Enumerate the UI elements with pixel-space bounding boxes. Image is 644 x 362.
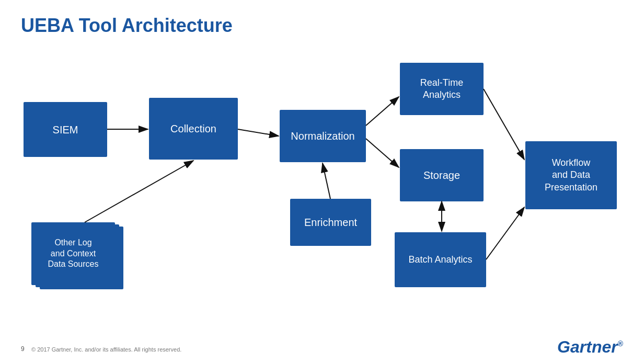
arrow-collection-normalization [238, 129, 279, 136]
arrow-other-collection [85, 161, 193, 222]
box-enrichment: Enrichment [290, 199, 371, 246]
gartner-logo: Gartner® [557, 337, 623, 357]
box-normalization: Normalization [280, 110, 366, 162]
box-collection: Collection [149, 98, 238, 160]
arrow-norm-realtime [366, 97, 399, 126]
page-title: UEBA Tool Architecture [21, 15, 233, 37]
arrow-realtime-workflow [484, 89, 524, 160]
box-storage: Storage [400, 149, 484, 201]
box-other: Other Log and Context Data Sources [31, 222, 123, 289]
box-siem: SIEM [24, 102, 107, 157]
arrow-enrichment-normalization [323, 163, 330, 199]
box-realtime: Real-Time Analytics [400, 63, 484, 115]
footer-page: 9 [21, 345, 25, 353]
box-batch: Batch Analytics [395, 232, 486, 287]
arrow-norm-storage [366, 139, 399, 167]
box-workflow: Workflow and Data Presentation [525, 141, 617, 209]
footer-copyright: © 2017 Gartner, Inc. and/or its affiliat… [31, 346, 181, 353]
arrow-batch-workflow [486, 207, 524, 259]
